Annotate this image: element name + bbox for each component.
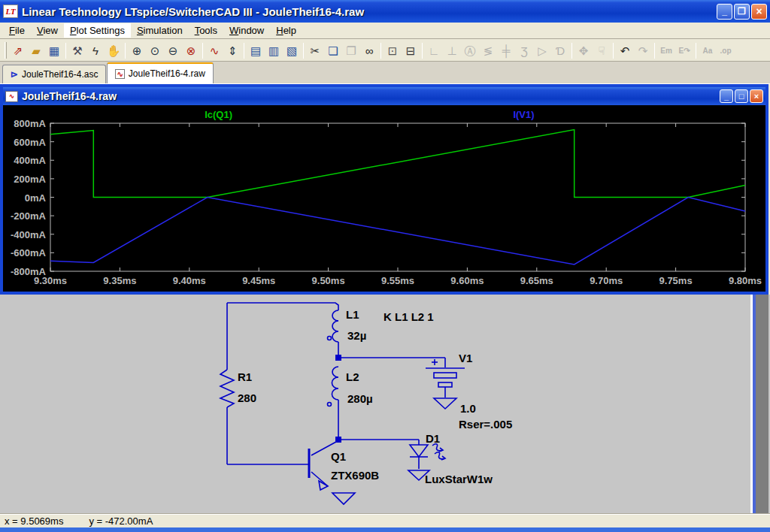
control-panel-icon[interactable]: ⚒ [68, 42, 86, 59]
tile-horizontal-icon[interactable]: ▤ [247, 42, 265, 59]
waveform-minimize-button[interactable]: _ [720, 89, 733, 103]
trace-iv1[interactable] [50, 198, 745, 264]
waveform-maximize-button[interactable]: □ [735, 89, 748, 103]
toolbar-separator [202, 43, 203, 59]
x-tick-label: 9.40ms [173, 275, 206, 286]
x-tick-label: 9.35ms [103, 275, 136, 286]
y-tick-label: -200mA [11, 210, 47, 222]
junction-dot [335, 437, 341, 443]
autorange-icon[interactable]: ⇕ [223, 42, 241, 59]
waveform-close-button[interactable]: × [750, 89, 763, 103]
x-tick-label: 9.70ms [590, 275, 623, 286]
toolbar-grip[interactable] [5, 42, 7, 59]
v1-rser: Rser=.005 [459, 418, 512, 431]
zoom-out-icon[interactable]: ⊖ [164, 42, 182, 59]
voltage-source-v1[interactable] [426, 358, 465, 409]
x-tick-label: 9.60ms [450, 275, 484, 286]
find-icon[interactable]: ∞ [360, 42, 378, 59]
print-preview-icon[interactable]: ⊡ [383, 42, 402, 59]
close-button[interactable]: × [751, 4, 767, 20]
toolbar: ⇗▰▦⚒ϟ✋⊕⊙⊖⊗∿⇕▤▥▧✂❏❐∞⊡⊟∟⊥Ⓐ≶╪Ʒ▷Ɗ✥☟↶↷EmE↷Aa.… [0, 40, 770, 62]
menu-help[interactable]: Help [270, 23, 302, 38]
copy-icon[interactable]: ❏ [324, 42, 342, 59]
toolbar-separator [696, 43, 696, 59]
inductor-l2[interactable] [328, 367, 339, 407]
halt-icon: ✋ [105, 42, 123, 59]
waveform-window: ∿ JouleTheif16-4.raw _ □ × 9.30ms9.35ms9… [0, 84, 768, 295]
trace-icq1[interactable] [50, 130, 745, 198]
run-icon[interactable]: ϟ [86, 42, 105, 59]
ground-symbol [434, 398, 456, 409]
trace-label-iv1[interactable]: I(V1) [513, 109, 534, 120]
inductor-l1[interactable] [328, 310, 339, 342]
y-tick-label: 400mA [14, 155, 46, 166]
resistor-r1[interactable] [220, 370, 234, 407]
zoom-back-icon[interactable]: ⊙ [146, 42, 164, 59]
capacitor-icon: ╪ [497, 42, 515, 59]
main-titlebar[interactable]: LT Linear Technology LTspice/SwitcherCAD… [0, 0, 770, 23]
tab-waveform-label: JouleTheif16-4.raw [129, 68, 205, 79]
minimize-button[interactable]: _ [717, 4, 732, 20]
q1-value: ZTX690B [331, 469, 379, 482]
coupling-directive: K L1 L2 1 [383, 310, 434, 323]
plot-area[interactable]: 9.30ms9.35ms9.40ms9.45ms9.50ms9.55ms9.60… [3, 105, 765, 292]
tab-schematic-label: JouleTheif16-4.asc [22, 69, 98, 80]
x-tick-label: 9.45ms [242, 275, 275, 286]
menu-simulation[interactable]: Simulation [131, 23, 189, 38]
new-schematic-icon[interactable]: ⇗ [9, 42, 27, 59]
r1-value: 280 [238, 391, 256, 404]
cascade-icon[interactable]: ▧ [283, 42, 301, 59]
v1-label: V1 [459, 352, 472, 364]
wire-icon: ∟ [425, 42, 443, 59]
zoom-in-icon[interactable]: ⊕ [128, 42, 146, 59]
app-logo-icon: LT [3, 5, 18, 18]
toolbar-separator [65, 43, 66, 59]
menu-window[interactable]: Window [223, 23, 270, 38]
resistor-icon: ≶ [479, 42, 497, 59]
menu-bar: FileViewPlot SettingsSimulationToolsWind… [0, 23, 770, 39]
window-bottom-border [0, 527, 770, 532]
menu-view[interactable]: View [31, 23, 64, 38]
component-icon: Ɗ [551, 42, 569, 59]
tab-schematic[interactable]: ⊳ JouleTheif16-4.asc [2, 65, 106, 83]
tab-bar: ⊳ JouleTheif16-4.asc ∿ JouleTheif16-4.ra… [0, 62, 770, 84]
save-icon[interactable]: ▦ [45, 42, 63, 59]
waveform-titlebar[interactable]: ∿ JouleTheif16-4.raw _ □ × [3, 87, 765, 105]
print-icon[interactable]: ⊟ [402, 42, 420, 59]
tile-vertical-icon[interactable]: ▥ [265, 42, 283, 59]
schematic-pane[interactable]: L1 32µ K L1 L2 1 L2 280µ R1 280 V1 1.0 R… [0, 295, 770, 514]
restore-button[interactable]: ❐ [734, 4, 750, 20]
schematic-canvas[interactable]: L1 32µ K L1 L2 1 L2 280µ R1 280 V1 1.0 R… [0, 295, 752, 514]
menu-file[interactable]: File [3, 23, 31, 38]
schematic-tab-icon: ⊳ [11, 69, 18, 80]
waveform-window-icon: ∿ [5, 91, 18, 102]
plot-settings-icon[interactable]: ∿ [205, 42, 223, 59]
undo-icon[interactable]: ↶ [616, 42, 634, 59]
x-tick-label: 9.50ms [312, 275, 345, 286]
ground-symbol [332, 493, 355, 504]
status-bar: x = 9.5069ms y = -472.00mA [0, 514, 770, 527]
text-icon: Aa [699, 42, 717, 59]
waveform-plot[interactable]: 9.30ms9.35ms9.40ms9.45ms9.50ms9.55ms9.60… [3, 105, 765, 292]
open-icon[interactable]: ▰ [27, 42, 45, 59]
zoom-full-icon[interactable]: ⊗ [182, 42, 200, 59]
x-tick-label: 9.75ms [659, 275, 693, 286]
menu-tools[interactable]: Tools [189, 23, 223, 38]
menu-plot-settings[interactable]: Plot Settings [64, 23, 131, 38]
l1-label: L1 [346, 308, 359, 321]
d1-value: LuxStarW1w [425, 473, 493, 485]
spice-directive-icon: .op [717, 42, 735, 59]
rotate-icon: E↷ [675, 42, 693, 59]
paste-icon: ❐ [342, 42, 360, 59]
cut-icon[interactable]: ✂ [306, 42, 324, 59]
window-title: Linear Technology LTspice/SwitcherCAD II… [22, 5, 364, 18]
r1-label: R1 [238, 370, 252, 383]
tab-waveform[interactable]: ∿ JouleTheif16-4.raw [107, 62, 213, 83]
trace-label-icq1[interactable]: Ic(Q1) [205, 109, 232, 120]
redo-icon: ↷ [634, 42, 652, 59]
x-tick-label: 9.80ms [729, 275, 762, 286]
toolbar-separator [380, 43, 381, 59]
d1-label: D1 [426, 432, 440, 445]
toolbar-separator [613, 43, 614, 59]
mirror-icon: Em [657, 42, 675, 59]
